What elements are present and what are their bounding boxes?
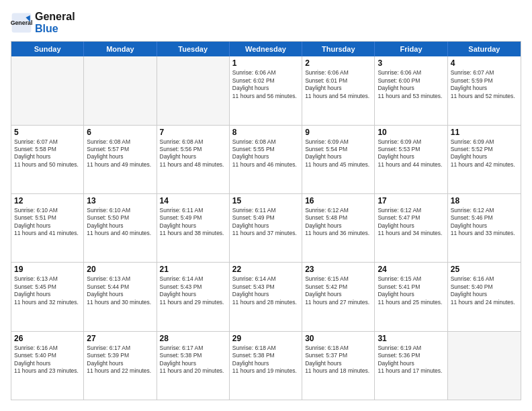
cell-info: Sunrise: 6:15 AMSunset: 5:41 PMDaylight … <box>378 275 444 306</box>
cell-info: Sunrise: 6:18 AMSunset: 5:38 PMDaylight … <box>232 345 299 375</box>
day-number: 3 <box>378 58 444 68</box>
calendar-cell: 7Sunrise: 6:08 AMSunset: 5:56 PMDaylight… <box>157 126 230 193</box>
header: General General Blue <box>11 11 521 34</box>
cell-info: Sunrise: 6:12 AMSunset: 5:46 PMDaylight … <box>451 207 518 238</box>
weekday-header: Monday <box>84 42 157 56</box>
calendar-row: 5Sunrise: 6:07 AMSunset: 5:58 PMDaylight… <box>11 126 521 194</box>
calendar-cell: 27Sunrise: 6:17 AMSunset: 5:39 PMDayligh… <box>84 332 157 400</box>
day-number: 23 <box>305 265 371 274</box>
day-number: 21 <box>160 265 226 274</box>
calendar-cell: 5Sunrise: 6:07 AMSunset: 5:58 PMDaylight… <box>11 126 84 193</box>
calendar-cell: 20Sunrise: 6:13 AMSunset: 5:44 PMDayligh… <box>84 263 157 330</box>
cell-info: Sunrise: 6:06 AMSunset: 6:00 PMDaylight … <box>378 69 444 100</box>
calendar-cell: 3Sunrise: 6:06 AMSunset: 6:00 PMDaylight… <box>375 56 447 124</box>
cell-info: Sunrise: 6:12 AMSunset: 5:48 PMDaylight … <box>305 207 371 238</box>
cell-info: Sunrise: 6:12 AMSunset: 5:47 PMDaylight … <box>378 207 444 238</box>
weekday-header: Friday <box>375 42 447 56</box>
calendar-header: SundayMondayTuesdayWednesdayThursdayFrid… <box>11 42 521 56</box>
day-number: 10 <box>378 128 444 137</box>
cell-info: Sunrise: 6:11 AMSunset: 5:49 PMDaylight … <box>160 207 226 238</box>
calendar-cell: 26Sunrise: 6:16 AMSunset: 5:40 PMDayligh… <box>11 332 84 400</box>
cell-info: Sunrise: 6:09 AMSunset: 5:53 PMDaylight … <box>378 138 444 169</box>
weekday-header: Sunday <box>11 42 84 56</box>
day-number: 15 <box>232 196 299 205</box>
calendar-cell: 30Sunrise: 6:18 AMSunset: 5:37 PMDayligh… <box>302 332 375 400</box>
day-number: 13 <box>87 196 153 205</box>
logo-text: General Blue <box>35 11 75 34</box>
day-number: 22 <box>232 265 299 274</box>
calendar-cell: 16Sunrise: 6:12 AMSunset: 5:48 PMDayligh… <box>302 194 375 262</box>
day-number: 8 <box>232 128 299 137</box>
cell-info: Sunrise: 6:19 AMSunset: 5:36 PMDaylight … <box>378 345 444 375</box>
day-number: 4 <box>451 58 518 68</box>
calendar-cell: 8Sunrise: 6:08 AMSunset: 5:55 PMDaylight… <box>230 126 302 193</box>
day-number: 25 <box>451 265 518 274</box>
calendar-row: 19Sunrise: 6:13 AMSunset: 5:45 PMDayligh… <box>11 263 521 331</box>
day-number: 11 <box>451 128 518 137</box>
calendar-cell: 29Sunrise: 6:18 AMSunset: 5:38 PMDayligh… <box>230 332 302 400</box>
day-number: 2 <box>305 58 371 68</box>
calendar-cell <box>84 56 157 124</box>
day-number: 29 <box>232 334 299 343</box>
cell-info: Sunrise: 6:08 AMSunset: 5:56 PMDaylight … <box>160 138 226 169</box>
calendar-cell: 4Sunrise: 6:07 AMSunset: 5:59 PMDaylight… <box>448 56 521 124</box>
cell-info: Sunrise: 6:07 AMSunset: 5:58 PMDaylight … <box>14 138 81 169</box>
calendar-cell: 9Sunrise: 6:09 AMSunset: 5:54 PMDaylight… <box>302 126 375 193</box>
calendar-cell: 25Sunrise: 6:16 AMSunset: 5:40 PMDayligh… <box>448 263 521 330</box>
calendar-cell: 28Sunrise: 6:17 AMSunset: 5:38 PMDayligh… <box>157 332 230 400</box>
day-number: 6 <box>87 128 153 137</box>
day-number: 31 <box>378 334 444 343</box>
cell-info: Sunrise: 6:06 AMSunset: 6:02 PMDaylight … <box>232 69 299 100</box>
cell-info: Sunrise: 6:10 AMSunset: 5:51 PMDaylight … <box>14 207 81 238</box>
calendar-cell: 19Sunrise: 6:13 AMSunset: 5:45 PMDayligh… <box>11 263 84 330</box>
calendar-cell: 1Sunrise: 6:06 AMSunset: 6:02 PMDaylight… <box>230 56 302 124</box>
calendar-cell: 31Sunrise: 6:19 AMSunset: 5:36 PMDayligh… <box>375 332 447 400</box>
day-number: 16 <box>305 196 371 205</box>
cell-info: Sunrise: 6:13 AMSunset: 5:44 PMDaylight … <box>87 275 153 306</box>
calendar-cell: 17Sunrise: 6:12 AMSunset: 5:47 PMDayligh… <box>375 194 447 262</box>
cell-info: Sunrise: 6:10 AMSunset: 5:50 PMDaylight … <box>87 207 153 238</box>
day-number: 20 <box>87 265 153 274</box>
cell-info: Sunrise: 6:15 AMSunset: 5:42 PMDaylight … <box>305 275 371 306</box>
cell-info: Sunrise: 6:08 AMSunset: 5:55 PMDaylight … <box>232 138 299 169</box>
calendar-cell: 14Sunrise: 6:11 AMSunset: 5:49 PMDayligh… <box>157 194 230 262</box>
day-number: 7 <box>160 128 226 137</box>
calendar-cell: 24Sunrise: 6:15 AMSunset: 5:41 PMDayligh… <box>375 263 447 330</box>
calendar-cell: 18Sunrise: 6:12 AMSunset: 5:46 PMDayligh… <box>448 194 521 262</box>
day-number: 9 <box>305 128 371 137</box>
day-number: 30 <box>305 334 371 343</box>
cell-info: Sunrise: 6:07 AMSunset: 5:59 PMDaylight … <box>451 69 518 100</box>
calendar-row: 1Sunrise: 6:06 AMSunset: 6:02 PMDaylight… <box>11 56 521 125</box>
weekday-header: Tuesday <box>157 42 230 56</box>
day-number: 1 <box>232 58 299 68</box>
cell-info: Sunrise: 6:16 AMSunset: 5:40 PMDaylight … <box>14 345 81 375</box>
cell-info: Sunrise: 6:11 AMSunset: 5:49 PMDaylight … <box>232 207 299 238</box>
day-number: 26 <box>14 334 81 343</box>
calendar-cell: 23Sunrise: 6:15 AMSunset: 5:42 PMDayligh… <box>302 263 375 330</box>
cell-info: Sunrise: 6:14 AMSunset: 5:43 PMDaylight … <box>160 275 226 306</box>
calendar-cell <box>448 332 521 400</box>
calendar-cell: 12Sunrise: 6:10 AMSunset: 5:51 PMDayligh… <box>11 194 84 262</box>
cell-info: Sunrise: 6:17 AMSunset: 5:38 PMDaylight … <box>160 345 226 375</box>
logo: General General Blue <box>11 11 75 34</box>
calendar-row: 12Sunrise: 6:10 AMSunset: 5:51 PMDayligh… <box>11 194 521 263</box>
page: General General Blue SundayMondayTuesday… <box>0 0 532 411</box>
calendar-cell: 13Sunrise: 6:10 AMSunset: 5:50 PMDayligh… <box>84 194 157 262</box>
day-number: 28 <box>160 334 226 343</box>
day-number: 27 <box>87 334 153 343</box>
cell-info: Sunrise: 6:13 AMSunset: 5:45 PMDaylight … <box>14 275 81 306</box>
cell-info: Sunrise: 6:08 AMSunset: 5:57 PMDaylight … <box>87 138 153 169</box>
logo-icon: General <box>11 12 32 34</box>
day-number: 18 <box>451 196 518 205</box>
cell-info: Sunrise: 6:09 AMSunset: 5:54 PMDaylight … <box>305 138 371 169</box>
calendar-cell: 11Sunrise: 6:09 AMSunset: 5:52 PMDayligh… <box>448 126 521 193</box>
calendar-cell: 2Sunrise: 6:06 AMSunset: 6:01 PMDaylight… <box>302 56 375 124</box>
weekday-header: Saturday <box>448 42 521 56</box>
day-number: 19 <box>14 265 81 274</box>
day-number: 5 <box>14 128 81 137</box>
cell-info: Sunrise: 6:16 AMSunset: 5:40 PMDaylight … <box>451 275 518 306</box>
weekday-header: Wednesday <box>230 42 302 56</box>
weekday-header: Thursday <box>302 42 375 56</box>
calendar-cell <box>157 56 230 124</box>
calendar-cell: 21Sunrise: 6:14 AMSunset: 5:43 PMDayligh… <box>157 263 230 330</box>
